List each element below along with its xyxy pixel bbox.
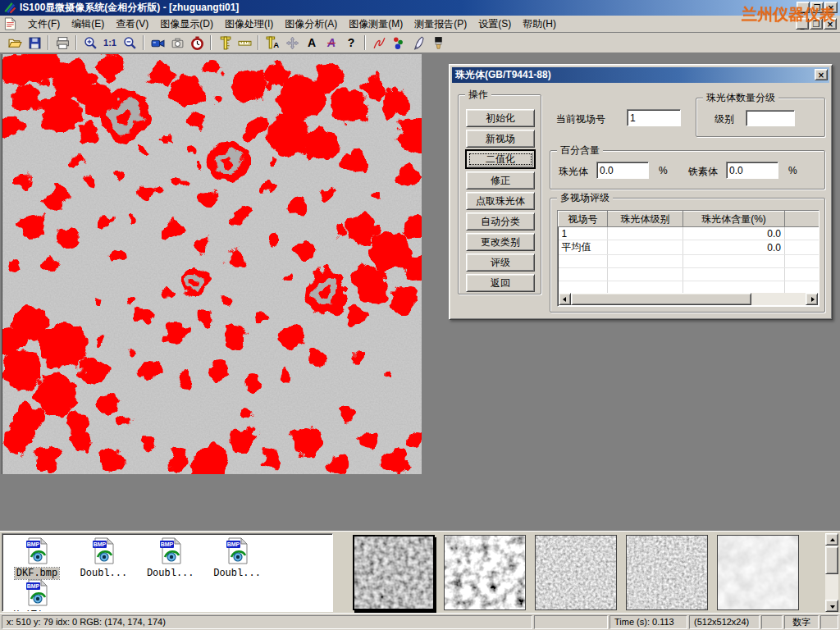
- dialog-title-bar[interactable]: 珠光体(GB/T9441-88) ×: [452, 67, 829, 83]
- level-input[interactable]: [746, 110, 795, 126]
- ferrite-percent-input[interactable]: [726, 162, 778, 179]
- save-button[interactable]: [25, 34, 44, 52]
- thumbnail-3[interactable]: [535, 535, 617, 610]
- window-close-button[interactable]: ×: [824, 2, 838, 13]
- file-name[interactable]: DKF.bmp: [15, 568, 59, 579]
- pearlite-percent-input[interactable]: [596, 162, 649, 179]
- table-horizontal-scrollbar[interactable]: [559, 293, 818, 305]
- grade-button[interactable]: 评级: [466, 253, 535, 272]
- ferrite-label: 铁素体: [688, 165, 718, 179]
- file-item[interactable]: BMP HuiTi...: [6, 579, 68, 612]
- move-cross-icon: [285, 36, 299, 50]
- brush-tool-button[interactable]: [428, 34, 448, 52]
- video-capture-button[interactable]: [148, 34, 167, 52]
- ruler-measure-button[interactable]: [235, 34, 254, 52]
- brush-icon: [431, 36, 445, 50]
- change-class-button[interactable]: 更改类别: [466, 233, 535, 251]
- col-ferrite-pct[interactable]: 铁素体含量(%): [785, 212, 820, 227]
- cell-ferrite-pct: [785, 227, 820, 240]
- file-name[interactable]: HuiTi...: [11, 609, 62, 612]
- spline-tool-button[interactable]: [369, 34, 389, 52]
- toolbar-separator: [210, 35, 212, 50]
- annotate-measure-button[interactable]: A: [262, 34, 282, 52]
- micrograph-image[interactable]: [2, 54, 422, 474]
- correct-button[interactable]: 修正: [466, 171, 535, 189]
- file-name[interactable]: Doubl...: [79, 568, 130, 579]
- menu-item-view[interactable]: 查看(V): [110, 16, 154, 33]
- file-name[interactable]: Doubl...: [212, 568, 262, 579]
- timer-button[interactable]: [187, 34, 207, 52]
- current-field-input[interactable]: [627, 109, 681, 126]
- menu-item-image-process[interactable]: 图像处理(I): [219, 16, 279, 33]
- col-pearlite-level[interactable]: 珠光体级别: [608, 212, 683, 227]
- new-field-button[interactable]: 新视场: [466, 130, 535, 148]
- mdi-restore-button[interactable]: ❐: [810, 18, 823, 30]
- file-item[interactable]: BMP DKF.bmp: [6, 537, 68, 579]
- cell-pearlite-pct: 0.0: [683, 227, 785, 240]
- camera-capture-button[interactable]: [167, 34, 187, 52]
- status-bar: x: 510 y: 79 idx: 0 RGB: (174, 174, 174)…: [0, 613, 840, 630]
- text-tool-button[interactable]: A: [302, 34, 322, 52]
- col-field-number[interactable]: 视场号: [559, 212, 608, 227]
- pick-pearlite-button[interactable]: 点取珠光体: [466, 192, 535, 210]
- pen-tool-button[interactable]: [409, 34, 428, 52]
- one-to-one-icon: 1:1: [103, 38, 116, 48]
- thumbnail-4[interactable]: [626, 535, 708, 610]
- window-minimize-button[interactable]: _: [797, 2, 810, 13]
- text-style-button[interactable]: A: [322, 34, 341, 52]
- status-time: Time (s): 0.113: [609, 615, 687, 629]
- menu-item-edit[interactable]: 编辑(E): [66, 16, 110, 33]
- menu-item-image-measure[interactable]: 图像测量(M): [343, 16, 409, 33]
- binarize-button[interactable]: 二值化: [466, 150, 535, 168]
- menu-item-measure-report[interactable]: 测量报告(P): [409, 16, 472, 33]
- quill-pen-icon: [412, 36, 426, 50]
- zoom-out-button[interactable]: [120, 34, 139, 52]
- mdi-close-button[interactable]: ×: [824, 18, 837, 30]
- print-button[interactable]: [52, 34, 72, 52]
- dialog-close-button[interactable]: ×: [815, 69, 828, 80]
- table-row[interactable]: 1 0.0: [559, 227, 820, 240]
- menu-item-settings[interactable]: 设置(S): [472, 16, 517, 33]
- return-button[interactable]: 返回: [466, 274, 535, 292]
- percent-group: 百分含量 珠光体 % 铁素体 %: [550, 150, 825, 189]
- caliper-measure-button[interactable]: [215, 34, 235, 52]
- open-file-button[interactable]: [5, 34, 25, 52]
- menu-bar: 文件(F) 编辑(E) 查看(V) 图像显示(D) 图像处理(I) 图像分析(A…: [0, 16, 840, 33]
- table-header-row: 视场号 珠光体级别 珠光体含量(%) 铁素体含量(%): [559, 212, 820, 227]
- file-item[interactable]: BMP Doubl...: [206, 537, 268, 579]
- help-button[interactable]: ?: [341, 34, 361, 52]
- move-tool-button[interactable]: [282, 34, 302, 52]
- menu-item-help[interactable]: 帮助(H): [517, 16, 562, 33]
- svg-text:BMP: BMP: [227, 541, 240, 547]
- zoom-out-icon: [123, 36, 137, 50]
- thumbnail-2[interactable]: [444, 535, 526, 610]
- cell-field-number: 平均值: [559, 240, 608, 255]
- window-restore-button[interactable]: ❐: [810, 2, 824, 13]
- scroll-left-button[interactable]: [559, 293, 571, 305]
- open-folder-icon: [8, 36, 22, 50]
- vertical-caliper-icon: [218, 36, 232, 50]
- init-button[interactable]: 初始化: [466, 109, 535, 127]
- zoom-in-button[interactable]: [80, 34, 100, 52]
- file-item[interactable]: BMP Doubl...: [72, 537, 135, 579]
- pearlite-unit: %: [659, 165, 668, 176]
- zoom-actual-size-button[interactable]: 1:1: [100, 34, 120, 52]
- menu-item-image-analysis[interactable]: 图像分析(A): [279, 16, 343, 33]
- auto-classify-button[interactable]: 自动分类: [466, 212, 535, 231]
- file-item[interactable]: BMP Doubl...: [139, 537, 202, 579]
- table-row[interactable]: 平均值 0.0: [559, 240, 820, 255]
- count-points-button[interactable]: [389, 34, 409, 52]
- thumbnail-1[interactable]: [353, 535, 435, 610]
- file-name[interactable]: Doubl...: [145, 568, 196, 579]
- grading-group-label: 珠光体数量分级: [703, 92, 778, 103]
- mdi-minimize-button[interactable]: _: [796, 18, 809, 30]
- col-pearlite-pct[interactable]: 珠光体含量(%): [683, 212, 785, 227]
- level-label: 级别: [714, 112, 734, 126]
- menu-item-file[interactable]: 文件(F): [22, 16, 66, 33]
- thumbnail-5[interactable]: [717, 535, 799, 610]
- status-empty-panel: [534, 615, 608, 629]
- scroll-right-button[interactable]: [806, 293, 818, 305]
- menu-item-image-display[interactable]: 图像显示(D): [154, 16, 219, 33]
- grading-group: 珠光体数量分级 级别: [696, 98, 825, 137]
- scroll-thumb[interactable]: [571, 293, 751, 305]
